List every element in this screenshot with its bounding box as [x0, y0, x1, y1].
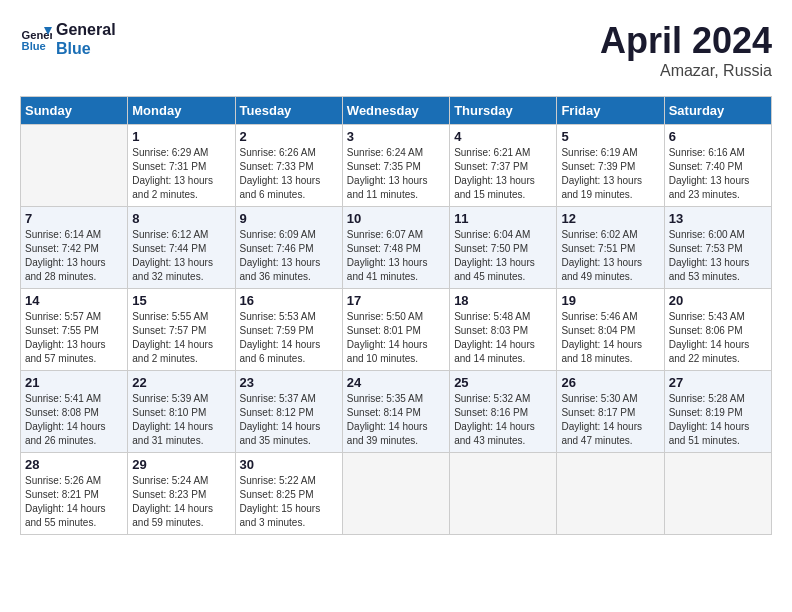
day-info: Sunrise: 5:39 AMSunset: 8:10 PMDaylight:…: [132, 392, 230, 448]
day-info: Sunrise: 5:28 AMSunset: 8:19 PMDaylight:…: [669, 392, 767, 448]
day-info: Sunrise: 5:35 AMSunset: 8:14 PMDaylight:…: [347, 392, 445, 448]
day-number: 8: [132, 211, 230, 226]
week-row-4: 21Sunrise: 5:41 AMSunset: 8:08 PMDayligh…: [21, 371, 772, 453]
title-area: April 2024 Amazar, Russia: [600, 20, 772, 80]
day-info: Sunrise: 5:57 AMSunset: 7:55 PMDaylight:…: [25, 310, 123, 366]
day-cell: 8Sunrise: 6:12 AMSunset: 7:44 PMDaylight…: [128, 207, 235, 289]
day-number: 26: [561, 375, 659, 390]
day-cell: 4Sunrise: 6:21 AMSunset: 7:37 PMDaylight…: [450, 125, 557, 207]
day-number: 12: [561, 211, 659, 226]
day-info: Sunrise: 5:41 AMSunset: 8:08 PMDaylight:…: [25, 392, 123, 448]
header-cell-wednesday: Wednesday: [342, 97, 449, 125]
day-info: Sunrise: 6:09 AMSunset: 7:46 PMDaylight:…: [240, 228, 338, 284]
day-info: Sunrise: 5:26 AMSunset: 8:21 PMDaylight:…: [25, 474, 123, 530]
day-info: Sunrise: 5:22 AMSunset: 8:25 PMDaylight:…: [240, 474, 338, 530]
day-info: Sunrise: 5:55 AMSunset: 7:57 PMDaylight:…: [132, 310, 230, 366]
day-cell: [21, 125, 128, 207]
day-info: Sunrise: 6:24 AMSunset: 7:35 PMDaylight:…: [347, 146, 445, 202]
header-row: SundayMondayTuesdayWednesdayThursdayFrid…: [21, 97, 772, 125]
day-cell: 30Sunrise: 5:22 AMSunset: 8:25 PMDayligh…: [235, 453, 342, 535]
day-number: 1: [132, 129, 230, 144]
day-number: 3: [347, 129, 445, 144]
day-number: 27: [669, 375, 767, 390]
day-cell: 10Sunrise: 6:07 AMSunset: 7:48 PMDayligh…: [342, 207, 449, 289]
day-info: Sunrise: 6:04 AMSunset: 7:50 PMDaylight:…: [454, 228, 552, 284]
header-cell-saturday: Saturday: [664, 97, 771, 125]
day-number: 28: [25, 457, 123, 472]
day-cell: [342, 453, 449, 535]
day-number: 17: [347, 293, 445, 308]
day-cell: 16Sunrise: 5:53 AMSunset: 7:59 PMDayligh…: [235, 289, 342, 371]
day-cell: 14Sunrise: 5:57 AMSunset: 7:55 PMDayligh…: [21, 289, 128, 371]
day-cell: 3Sunrise: 6:24 AMSunset: 7:35 PMDaylight…: [342, 125, 449, 207]
day-number: 23: [240, 375, 338, 390]
location: Amazar, Russia: [600, 62, 772, 80]
day-info: Sunrise: 5:32 AMSunset: 8:16 PMDaylight:…: [454, 392, 552, 448]
day-info: Sunrise: 6:16 AMSunset: 7:40 PMDaylight:…: [669, 146, 767, 202]
day-cell: 15Sunrise: 5:55 AMSunset: 7:57 PMDayligh…: [128, 289, 235, 371]
day-number: 2: [240, 129, 338, 144]
day-number: 5: [561, 129, 659, 144]
day-number: 11: [454, 211, 552, 226]
day-cell: [664, 453, 771, 535]
day-cell: 1Sunrise: 6:29 AMSunset: 7:31 PMDaylight…: [128, 125, 235, 207]
day-number: 4: [454, 129, 552, 144]
day-cell: 9Sunrise: 6:09 AMSunset: 7:46 PMDaylight…: [235, 207, 342, 289]
day-number: 29: [132, 457, 230, 472]
day-number: 10: [347, 211, 445, 226]
day-info: Sunrise: 5:43 AMSunset: 8:06 PMDaylight:…: [669, 310, 767, 366]
calendar-body: 1Sunrise: 6:29 AMSunset: 7:31 PMDaylight…: [21, 125, 772, 535]
week-row-5: 28Sunrise: 5:26 AMSunset: 8:21 PMDayligh…: [21, 453, 772, 535]
day-info: Sunrise: 6:12 AMSunset: 7:44 PMDaylight:…: [132, 228, 230, 284]
calendar-header: SundayMondayTuesdayWednesdayThursdayFrid…: [21, 97, 772, 125]
day-info: Sunrise: 6:29 AMSunset: 7:31 PMDaylight:…: [132, 146, 230, 202]
day-cell: 5Sunrise: 6:19 AMSunset: 7:39 PMDaylight…: [557, 125, 664, 207]
day-cell: 21Sunrise: 5:41 AMSunset: 8:08 PMDayligh…: [21, 371, 128, 453]
day-info: Sunrise: 5:30 AMSunset: 8:17 PMDaylight:…: [561, 392, 659, 448]
day-number: 18: [454, 293, 552, 308]
day-cell: 11Sunrise: 6:04 AMSunset: 7:50 PMDayligh…: [450, 207, 557, 289]
day-info: Sunrise: 6:19 AMSunset: 7:39 PMDaylight:…: [561, 146, 659, 202]
month-title: April 2024: [600, 20, 772, 62]
day-number: 19: [561, 293, 659, 308]
day-cell: 25Sunrise: 5:32 AMSunset: 8:16 PMDayligh…: [450, 371, 557, 453]
logo-line1: General: [56, 20, 116, 39]
week-row-3: 14Sunrise: 5:57 AMSunset: 7:55 PMDayligh…: [21, 289, 772, 371]
day-info: Sunrise: 6:00 AMSunset: 7:53 PMDaylight:…: [669, 228, 767, 284]
page-header: General Blue General Blue April 2024 Ama…: [20, 20, 772, 80]
svg-text:Blue: Blue: [22, 40, 46, 52]
day-number: 14: [25, 293, 123, 308]
week-row-1: 1Sunrise: 6:29 AMSunset: 7:31 PMDaylight…: [21, 125, 772, 207]
day-number: 20: [669, 293, 767, 308]
day-number: 7: [25, 211, 123, 226]
day-cell: 22Sunrise: 5:39 AMSunset: 8:10 PMDayligh…: [128, 371, 235, 453]
day-cell: 7Sunrise: 6:14 AMSunset: 7:42 PMDaylight…: [21, 207, 128, 289]
day-cell: 19Sunrise: 5:46 AMSunset: 8:04 PMDayligh…: [557, 289, 664, 371]
day-number: 30: [240, 457, 338, 472]
header-cell-thursday: Thursday: [450, 97, 557, 125]
day-info: Sunrise: 5:48 AMSunset: 8:03 PMDaylight:…: [454, 310, 552, 366]
day-number: 13: [669, 211, 767, 226]
day-number: 16: [240, 293, 338, 308]
day-info: Sunrise: 5:37 AMSunset: 8:12 PMDaylight:…: [240, 392, 338, 448]
header-cell-sunday: Sunday: [21, 97, 128, 125]
day-cell: [557, 453, 664, 535]
day-info: Sunrise: 6:02 AMSunset: 7:51 PMDaylight:…: [561, 228, 659, 284]
day-number: 21: [25, 375, 123, 390]
day-number: 24: [347, 375, 445, 390]
logo-icon: General Blue: [20, 23, 52, 55]
header-cell-tuesday: Tuesday: [235, 97, 342, 125]
logo-line2: Blue: [56, 39, 116, 58]
header-cell-monday: Monday: [128, 97, 235, 125]
day-cell: 18Sunrise: 5:48 AMSunset: 8:03 PMDayligh…: [450, 289, 557, 371]
day-cell: 29Sunrise: 5:24 AMSunset: 8:23 PMDayligh…: [128, 453, 235, 535]
day-info: Sunrise: 5:46 AMSunset: 8:04 PMDaylight:…: [561, 310, 659, 366]
day-info: Sunrise: 5:53 AMSunset: 7:59 PMDaylight:…: [240, 310, 338, 366]
day-info: Sunrise: 6:14 AMSunset: 7:42 PMDaylight:…: [25, 228, 123, 284]
day-cell: 23Sunrise: 5:37 AMSunset: 8:12 PMDayligh…: [235, 371, 342, 453]
day-info: Sunrise: 6:07 AMSunset: 7:48 PMDaylight:…: [347, 228, 445, 284]
day-info: Sunrise: 5:50 AMSunset: 8:01 PMDaylight:…: [347, 310, 445, 366]
day-cell: [450, 453, 557, 535]
day-cell: 17Sunrise: 5:50 AMSunset: 8:01 PMDayligh…: [342, 289, 449, 371]
day-cell: 13Sunrise: 6:00 AMSunset: 7:53 PMDayligh…: [664, 207, 771, 289]
